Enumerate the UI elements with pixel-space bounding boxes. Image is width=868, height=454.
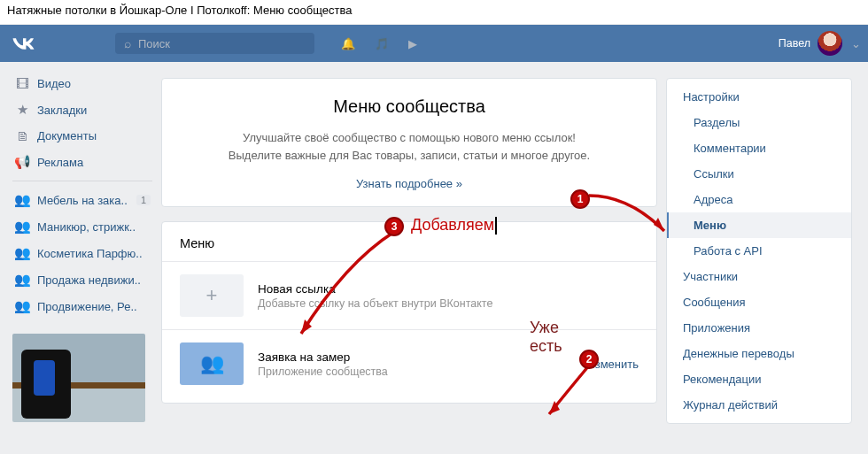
intro-text-1: Улучшайте своё сообщество с помощью ново… [180, 129, 639, 147]
nav-label: Документы [37, 129, 97, 142]
nav-label: Продажа недвижи.. [37, 273, 141, 287]
group-icon: 👥 [14, 192, 30, 208]
rnav-comments[interactable]: Комментарии [667, 135, 851, 161]
annotation-arrow-3 [292, 227, 407, 342]
nav-label: Закладки [37, 104, 87, 117]
left-nav: 🎞 Видео ★ Закладки 🗎 Документы 📢 Реклама… [7, 62, 156, 422]
nav-label: Реклама [37, 156, 83, 169]
rnav-messages[interactable]: Сообщения [667, 289, 851, 315]
rnav-settings[interactable]: Настройки [667, 84, 851, 110]
svg-marker-0 [654, 218, 664, 231]
rnav-log[interactable]: Журнал действий [667, 392, 851, 418]
rnav-addresses[interactable]: Адреса [667, 187, 851, 212]
intro-text-2: Выделите важные для Вас товары, записи, … [180, 147, 639, 165]
nav-group[interactable]: 👥 Маникюр, стрижк.. [9, 213, 156, 240]
nav-ads[interactable]: 📢 Реклама [9, 149, 156, 175]
badge: 1 [136, 195, 151, 205]
plus-icon: + [180, 274, 244, 317]
nav-label: Мебель на зака.. [37, 194, 128, 207]
rnav-payments[interactable]: Денежные переводы [667, 341, 851, 366]
item-subtitle: Приложение сообщества [258, 366, 388, 378]
rnav-menu[interactable]: Меню [667, 212, 851, 238]
vk-logo[interactable] [11, 36, 35, 50]
rnav-apps[interactable]: Приложения [667, 315, 851, 341]
nav-group[interactable]: 👥 Продажа недвижи.. [9, 266, 156, 293]
group-icon: 👥 [14, 219, 30, 235]
user-menu[interactable]: Павел ⌄ [779, 31, 861, 56]
learn-more-link[interactable]: Узнать подробнее » [356, 177, 462, 190]
megaphone-icon: 📢 [14, 154, 30, 170]
nav-label: Продвижение, Ре.. [37, 300, 137, 313]
annotation-arrow-1 [585, 191, 673, 244]
notifications-icon[interactable]: 🔔 [341, 37, 355, 50]
group-icon: 👥 [14, 272, 30, 288]
intro-card: Меню сообщества Улучшайте своё сообществ… [161, 78, 657, 207]
rnav-api[interactable]: Работа с API [667, 238, 851, 264]
nav-label: Видео [37, 77, 71, 90]
rnav-sections[interactable]: Разделы [667, 110, 851, 135]
page-title: Меню сообщества [180, 96, 639, 117]
annotation-arrow-2 [531, 361, 611, 423]
search-input[interactable] [138, 37, 289, 50]
item-title: Заявка на замер [258, 350, 388, 364]
browser-tab-title: Натяжные потолки в Йошкар-Оле I Потолкof… [0, 0, 868, 25]
vk-logo-icon [11, 36, 35, 50]
people-icon: 👥 [180, 342, 244, 385]
user-name: Павел [779, 37, 810, 50]
search-box[interactable]: ⌕ [115, 33, 314, 54]
search-icon: ⌕ [124, 36, 131, 50]
chevron-down-icon: ⌄ [851, 37, 861, 50]
music-icon[interactable]: 🎵 [375, 37, 389, 50]
main-content: Меню сообщества Улучшайте своё сообществ… [161, 62, 657, 404]
nav-docs[interactable]: 🗎 Документы [9, 123, 156, 149]
menu-card-header: Меню [162, 222, 656, 261]
nav-video[interactable]: 🎞 Видео [9, 71, 156, 96]
rnav-links[interactable]: Ссылки [667, 161, 851, 187]
star-icon: ★ [14, 102, 30, 118]
nav-group[interactable]: 👥 Мебель на зака.. 1 [9, 187, 156, 213]
separator [12, 181, 152, 181]
topbar: ⌕ 🔔 🎵 ▶ Павел ⌄ [0, 25, 868, 62]
rnav-members[interactable]: Участники [667, 264, 851, 289]
rnav-recs[interactable]: Рекомендации [667, 366, 851, 392]
ad-thumbnail[interactable] [12, 334, 145, 422]
player-icon[interactable]: ▶ [408, 37, 417, 50]
avatar [818, 31, 842, 56]
group-icon: 👥 [14, 298, 30, 314]
settings-nav: Настройки Разделы Комментарии Ссылки Адр… [666, 78, 852, 424]
group-icon: 👥 [14, 245, 30, 261]
nav-group[interactable]: 👥 Косметика Парфю.. [9, 240, 156, 266]
menu-item-new-link[interactable]: + Новая ссылка Добавьте ссылку на объект… [162, 261, 656, 329]
doc-icon: 🗎 [14, 128, 30, 143]
nav-bookmarks[interactable]: ★ Закладки [9, 96, 156, 123]
video-icon: 🎞 [14, 76, 30, 91]
nav-group[interactable]: 👥 Продвижение, Ре.. [9, 293, 156, 319]
nav-label: Маникюр, стрижк.. [37, 220, 136, 234]
nav-label: Косметика Парфю.. [37, 247, 143, 260]
